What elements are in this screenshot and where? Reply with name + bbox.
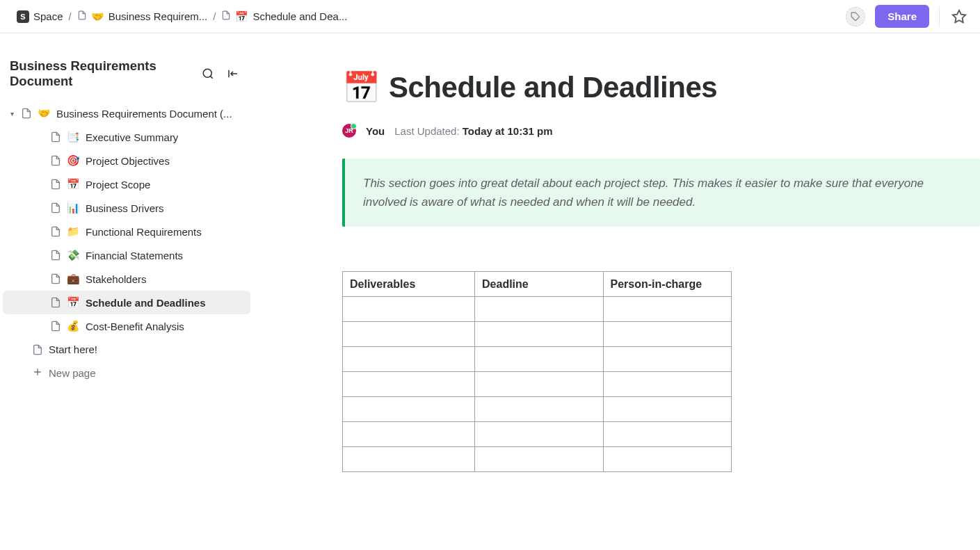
table-row [343, 372, 732, 397]
sidebar-item-label: Start here! [49, 343, 97, 355]
table-cell[interactable] [343, 397, 475, 422]
updated-value: Today at 10:31 pm [463, 125, 553, 137]
schedule-table[interactable]: Deliverables Deadline Person-in-charge [342, 271, 732, 472]
sidebar-item-label: Financial Statements [86, 250, 183, 261]
sidebar-item[interactable]: 💰Cost-Benefit Analysis [3, 314, 250, 338]
table-row [343, 297, 732, 322]
table-cell[interactable] [475, 447, 603, 472]
sidebar-item-emoji: 💸 [67, 249, 80, 261]
page-icon [50, 321, 61, 332]
table-cell[interactable] [475, 322, 603, 347]
separator [939, 7, 940, 26]
table-row [343, 322, 732, 347]
page-icon [50, 250, 61, 261]
sidebar-item-label: Executive Summary [86, 131, 178, 143]
breadcrumb-space[interactable]: S Space [17, 10, 63, 23]
table-row [343, 397, 732, 422]
breadcrumb-doc-1[interactable]: 🤝 Business Requirem... [77, 10, 208, 23]
sidebar-new-page[interactable]: New page [3, 361, 250, 385]
table-cell[interactable] [343, 372, 475, 397]
page-meta: JR You Last Updated: Today at 10:31 pm [342, 124, 952, 138]
svg-marker-1 [953, 10, 965, 22]
sidebar-item-emoji: 🎯 [67, 154, 80, 167]
sidebar-item-label: Cost-Benefit Analysis [86, 321, 184, 332]
table-row [343, 447, 732, 472]
table-cell[interactable] [603, 347, 731, 372]
sidebar-item[interactable]: 📊Business Drivers [3, 196, 250, 220]
table-cell[interactable] [475, 297, 603, 322]
table-header-cell[interactable]: Person-in-charge [603, 272, 731, 297]
sidebar-item-label: Project Objectives [86, 155, 170, 167]
breadcrumb-separator: / [213, 10, 216, 22]
main: 📅 Schedule and Deadlines JR You Last Upd… [253, 33, 980, 550]
search-icon [202, 67, 214, 80]
sidebar-item[interactable]: 📅Project Scope [3, 172, 250, 196]
svg-line-3 [210, 76, 212, 78]
table-cell[interactable] [343, 322, 475, 347]
svg-point-2 [203, 69, 211, 77]
plus-icon [32, 366, 43, 380]
sidebar-item[interactable]: 📁Functional Requirements [3, 220, 250, 243]
page-icon [32, 344, 43, 355]
breadcrumb-label-1: Business Requirem... [109, 10, 208, 22]
avatar[interactable]: JR [342, 124, 356, 138]
table-cell[interactable] [603, 447, 731, 472]
sidebar-item-start-here[interactable]: Start here! [3, 338, 250, 361]
sidebar-item[interactable]: 📑Executive Summary [3, 125, 250, 149]
layout: Business Requirements Document ▾ 🤝 Busin… [0, 33, 980, 550]
page-title-row: 📅 Schedule and Deadlines [342, 70, 952, 106]
table-cell[interactable] [343, 422, 475, 447]
collapse-icon [227, 67, 239, 80]
table-cell[interactable] [603, 297, 731, 322]
page-emoji[interactable]: 📅 [342, 70, 380, 106]
table-cell[interactable] [603, 372, 731, 397]
sidebar: Business Requirements Document ▾ 🤝 Busin… [0, 33, 253, 550]
sidebar-item[interactable]: 📅Schedule and Deadlines [3, 291, 250, 314]
sidebar-item-emoji: 📅 [67, 178, 80, 191]
sidebar-item[interactable]: 💸Financial Statements [3, 243, 250, 267]
tag-button[interactable] [846, 7, 865, 26]
table-row [343, 422, 732, 447]
table-cell[interactable] [603, 397, 731, 422]
sidebar-item-emoji: 📁 [67, 225, 80, 238]
sidebar-tree: ▾ 🤝 Business Requirements Document (... … [0, 96, 253, 385]
breadcrumb: S Space / 🤝 Business Requirem... / 📅 Sch… [17, 10, 846, 23]
table-header-cell[interactable]: Deliverables [343, 272, 475, 297]
sidebar-item[interactable]: 💼Stakeholders [3, 267, 250, 291]
table-cell[interactable] [343, 447, 475, 472]
table-cell[interactable] [343, 297, 475, 322]
sidebar-item-emoji: 📊 [67, 202, 80, 214]
sidebar-item-emoji: 📑 [67, 131, 80, 143]
table-cell[interactable] [475, 347, 603, 372]
sidebar-collapse-button[interactable] [224, 65, 242, 83]
page-title[interactable]: Schedule and Deadlines [389, 71, 717, 104]
table-cell[interactable] [343, 347, 475, 372]
page-icon [21, 108, 32, 119]
sidebar-item-emoji: 💼 [67, 273, 80, 285]
caret-down-icon: ▾ [8, 110, 15, 118]
updated-label: Last Updated: [394, 125, 459, 137]
page-icon [50, 273, 61, 284]
table-cell[interactable] [475, 422, 603, 447]
sidebar-item-root[interactable]: ▾ 🤝 Business Requirements Document (... [3, 102, 250, 125]
breadcrumb-separator: / [69, 10, 72, 22]
table-cell[interactable] [603, 322, 731, 347]
sidebar-item-label: Project Scope [86, 179, 150, 191]
sidebar-item[interactable]: 🎯Project Objectives [3, 149, 250, 172]
sidebar-item-label: Functional Requirements [86, 226, 202, 238]
page-icon [50, 179, 61, 190]
favorite-button[interactable] [949, 7, 969, 26]
table-cell[interactable] [603, 422, 731, 447]
callout[interactable]: This section goes into great detail abou… [342, 159, 980, 227]
table-header-cell[interactable]: Deadline [475, 272, 603, 297]
table-cell[interactable] [475, 397, 603, 422]
sidebar-search-button[interactable] [199, 65, 217, 83]
share-button[interactable]: Share [875, 5, 929, 28]
topbar-actions: Share [846, 5, 969, 28]
table-cell[interactable] [475, 372, 603, 397]
breadcrumb-doc-2[interactable]: 📅 Schedule and Dea... [221, 10, 347, 23]
space-label: Space [33, 10, 63, 22]
page-icon [50, 131, 61, 143]
table-header-row: Deliverables Deadline Person-in-charge [343, 272, 732, 297]
sidebar-item-emoji: 🤝 [38, 107, 51, 120]
